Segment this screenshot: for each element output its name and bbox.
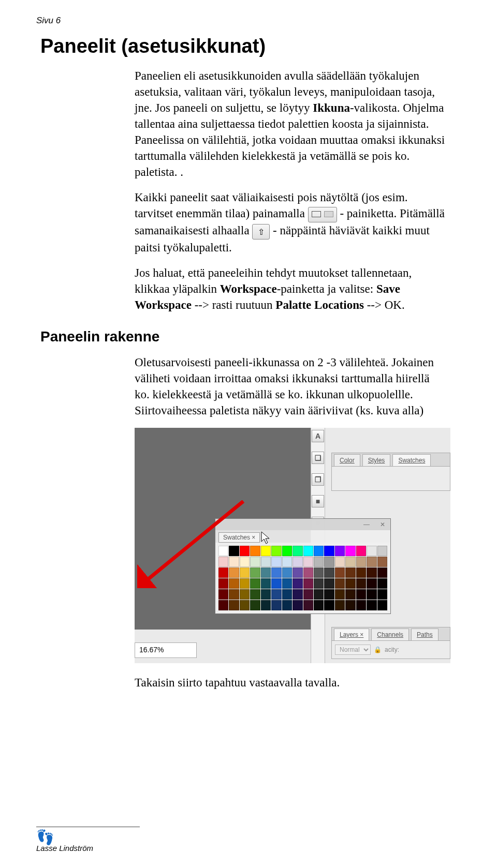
swatch [218, 578, 228, 589]
swatch [303, 600, 313, 610]
swatch [314, 557, 324, 567]
swatch [324, 567, 334, 578]
swatch [367, 600, 376, 610]
swatch [314, 567, 324, 578]
tab-layers: Layers × [334, 628, 369, 640]
swatch [250, 600, 260, 610]
close-icon: ✕ [380, 521, 386, 527]
swatch [271, 567, 281, 578]
swatch [356, 600, 366, 610]
swatch [314, 589, 324, 600]
swatch [282, 600, 292, 610]
swatch [324, 557, 334, 567]
swatch [261, 600, 271, 610]
swatch [345, 578, 355, 589]
swatch [367, 557, 376, 567]
swatch [303, 567, 313, 578]
swatch [271, 589, 281, 600]
sidebar-button-icon: ■ [312, 495, 324, 507]
sidebar-button-icon: ❒ [312, 473, 324, 486]
swatch [282, 567, 292, 578]
swatch [335, 578, 345, 589]
swatch [293, 546, 302, 556]
swatch [250, 567, 260, 578]
swatch [345, 557, 355, 567]
blend-mode-select: Normal [335, 645, 371, 655]
swatch [367, 567, 376, 578]
swatch [314, 578, 324, 589]
screenshot-panel-structure: 16.67% A❏❒■≡ ColorStylesSwatches Layers … [135, 428, 450, 663]
swatch [229, 589, 239, 600]
swatch [377, 567, 387, 578]
page-number: Sivu 6 [36, 16, 461, 26]
swatch [271, 578, 281, 589]
heading-rakenne: Paneelin rakenne [36, 328, 461, 345]
swatch-grid [215, 543, 390, 613]
swatch [367, 589, 376, 600]
swatch [240, 589, 250, 600]
swatch [377, 557, 387, 567]
swatch [229, 557, 239, 567]
swatch [229, 546, 239, 556]
para-5: Takaisin siirto tapahtuu vastaavalla tav… [135, 675, 445, 691]
para-3: Jos haluat, että paneeleihin tehdyt muut… [135, 265, 445, 313]
swatch [356, 567, 366, 578]
tab-channels: Channels [371, 628, 409, 640]
swatch [324, 600, 334, 610]
sidebar-button-icon: ❏ [312, 452, 324, 464]
swatch [261, 578, 271, 589]
toggle-palettes-icon [308, 207, 337, 222]
para-4: Oletusarvoisesti paneeli-ikkunassa on 2 … [135, 354, 445, 418]
swatch [356, 589, 366, 600]
swatch [218, 589, 228, 600]
swatch [303, 589, 313, 600]
swatch [250, 546, 260, 556]
swatch [335, 600, 345, 610]
sidebar-button-icon: A [312, 430, 324, 442]
swatch [303, 578, 313, 589]
swatch [303, 546, 313, 556]
swatch [345, 589, 355, 600]
swatch [367, 546, 376, 556]
swatch [218, 546, 228, 556]
footprint-icon: 👣 [36, 830, 140, 845]
swatch [240, 600, 250, 610]
tab-color: Color [334, 454, 360, 466]
panel-layers: Layers ×ChannelsPaths Normal 🔒 acity: [331, 627, 450, 659]
swatch [271, 557, 281, 567]
shift-key-icon: ⇧ [252, 224, 270, 240]
swatch [293, 578, 302, 589]
swatch [282, 589, 292, 600]
para-1: Paneelien eli asetusikkunoiden avulla sä… [135, 68, 445, 180]
swatch [271, 546, 281, 556]
swatch [261, 546, 271, 556]
swatch [250, 578, 260, 589]
tab-swatches: Swatches [392, 454, 431, 466]
swatch [229, 567, 239, 578]
swatch [282, 557, 292, 567]
swatch [356, 546, 366, 556]
swatch [240, 578, 250, 589]
swatch [218, 557, 228, 567]
zoom-field: 16.67% [135, 642, 197, 658]
swatch [377, 578, 387, 589]
swatch [282, 546, 292, 556]
swatch [356, 557, 366, 567]
swatch [218, 567, 228, 578]
swatch [261, 567, 271, 578]
swatch [335, 589, 345, 600]
swatch [324, 578, 334, 589]
swatch [229, 600, 239, 610]
para-2: Kaikki paneelit saat väliaikaisesti pois… [135, 189, 445, 256]
opacity-label: acity: [385, 646, 399, 653]
swatch [282, 578, 292, 589]
swatch [303, 557, 313, 567]
swatch [377, 600, 387, 610]
tab-paths: Paths [411, 628, 438, 640]
swatch [261, 557, 271, 567]
floating-swatches-panel: — ✕ Swatches × [215, 518, 391, 614]
swatch [293, 600, 302, 610]
swatch [293, 589, 302, 600]
tab-styles: Styles [362, 454, 391, 466]
swatch [261, 589, 271, 600]
